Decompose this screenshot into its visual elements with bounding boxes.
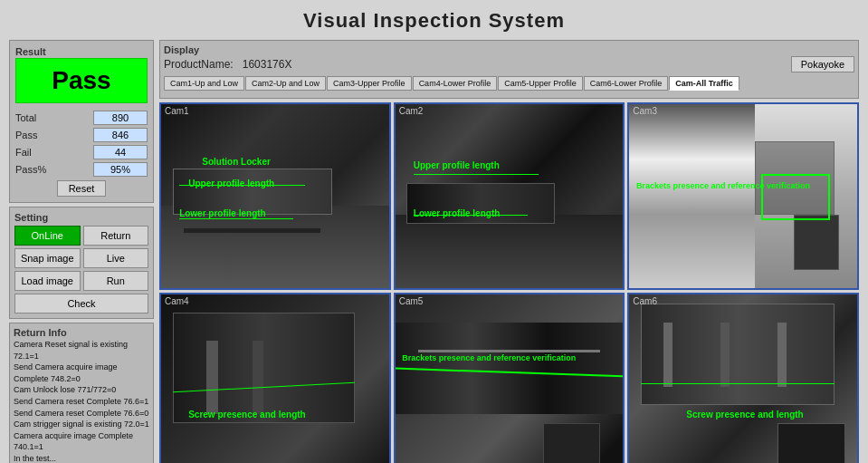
camera-cell-2: Cam2 Upper profile length Lower profile … [394,102,625,290]
snap-image-button[interactable]: Snap image [14,248,81,268]
cam1-ann-3: Lower profile length [179,207,266,219]
stat-pass-value: 846 [93,128,148,142]
app-title: Visual Inspection System [9,9,859,33]
tab-cam6-lower[interactable]: Cam6-Lower Profile [584,76,669,91]
cam1-ann-2: Upper profile length [188,178,274,189]
tabs-bar: Cam1-Up and Low Cam2-Up and Low Cam3-Upp… [164,76,854,91]
tab-cam5-upper[interactable]: Cam5-Upper Profile [498,76,583,91]
stat-passpct-value: 95% [93,162,148,177]
tab-cam-all[interactable]: Cam-All Traffic [669,76,739,91]
setting-label: Setting [14,212,148,223]
button-grid: OnLine Return Snap image Live Load image… [14,226,148,313]
cam4-ann-1: Screw presence and length [188,409,306,420]
result-section: Result Pass Total 890 Pass 846 Fail 44 [9,40,154,203]
tab-cam3-upper[interactable]: Cam3-Upper Profile [327,76,412,91]
left-panel: Result Pass Total 890 Pass 846 Fail 44 [9,40,154,463]
return-button[interactable]: Return [83,226,149,246]
live-button[interactable]: Live [83,248,149,268]
camera-cell-4: Cam4 Screw presence and length [159,293,391,463]
cam6-label: Cam6 [633,296,657,306]
camera-cell-3: Cam3 Brackets presence and reference ver… [627,102,859,290]
stat-pass: Pass 846 [15,128,148,142]
camera-cell-6: Cam6 Screw presence and length [627,293,859,463]
load-image-button[interactable]: Load image [14,271,81,291]
display-top: ProductName: 1603176X Pokayoke [164,56,854,72]
cam4-label: Cam4 [165,296,189,306]
cam5-label: Cam5 [399,296,424,306]
return-info-label: Return Info [14,327,149,338]
cam1-ann-1: Solution Locker [202,156,271,168]
stat-pass-label: Pass [15,130,61,140]
return-info-text: Camera Reset signal is existing 72.1=1 S… [14,339,149,463]
stat-fail-value: 44 [93,145,148,159]
return-info-section: Return Info Camera Reset signal is exist… [9,323,154,463]
pass-badge: Pass [15,58,148,103]
stats-table: Total 890 Pass 846 Fail 44 Pass% 95% [15,111,148,177]
cam2-ann-1: Upper profile length [414,159,500,171]
stat-passpct: Pass% 95% [15,162,148,177]
run-button[interactable]: Run [83,271,149,291]
right-panel: Display ProductName: 1603176X Pokayoke C… [159,40,859,463]
tab-cam2-up-low[interactable]: Cam2-Up and Low [245,76,326,91]
tab-cam1-up-low[interactable]: Cam1-Up and Low [164,76,244,91]
display-label: Display [164,44,854,55]
display-section: Display ProductName: 1603176X Pokayoke C… [159,40,859,99]
cam2-ann-2: Lower profile length [414,207,501,219]
cam3-ann-1: Brackets presence and reference verifica… [636,181,810,192]
cam5-ann-1: Brackets presence and reference verifica… [402,353,576,364]
camera-cell-1: Cam1 Solution Locker Upper profile lengt… [159,102,391,290]
cam3-label: Cam3 [633,106,657,116]
stat-passpct-label: Pass% [15,164,61,175]
stat-total-label: Total [15,112,61,123]
stat-fail-label: Fail [15,147,61,158]
online-button[interactable]: OnLine [14,226,81,246]
setting-section: Setting OnLine Return Snap image Live Lo… [9,207,154,319]
camera-cell-5: Cam5 Brackets presence and reference ver… [394,293,625,463]
cam2-label: Cam2 [399,106,424,116]
reset-button[interactable]: Reset [57,180,107,197]
stat-total-value: 890 [93,111,148,125]
cam1-label: Cam1 [165,106,189,116]
tab-cam4-lower[interactable]: Cam4-Lower Profile [413,76,498,91]
stat-total: Total 890 [15,111,148,125]
cameras-grid: Cam1 Solution Locker Upper profile lengt… [159,102,859,463]
pokayoke-button[interactable]: Pokayoke [791,56,854,72]
product-name: ProductName: 1603176X [164,58,291,71]
cam6-ann-1: Screw presence and length [686,409,804,420]
stat-fail: Fail 44 [15,145,148,159]
check-button[interactable]: Check [14,294,148,313]
result-label: Result [15,46,148,57]
main-container: Visual Inspection System Result Pass Tot… [0,0,868,463]
